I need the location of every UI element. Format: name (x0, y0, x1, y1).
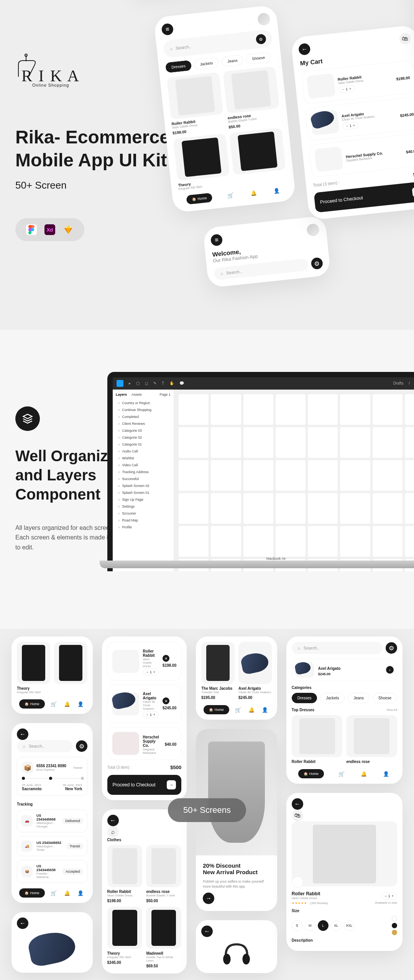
filter-icon[interactable]: ⚙ (76, 740, 87, 752)
remove-icon[interactable]: ✕ (163, 655, 169, 662)
product-card[interactable]: endless rose Bubble Elastic T-shirt $50.… (146, 845, 181, 903)
size-option[interactable]: L (318, 920, 329, 931)
bag-icon[interactable]: 🛍 (399, 32, 411, 45)
layer-row[interactable]: #Road Map (116, 517, 171, 524)
layer-row[interactable]: #Audio Call (116, 448, 171, 455)
remove-icon[interactable]: ✕ (163, 697, 169, 704)
favorite-icon[interactable]: ♡ (292, 876, 303, 888)
cart-item[interactable]: Roller Rabbit Vado Odelle Dress −1+ ✕ $1… (107, 642, 182, 681)
layer-row[interactable]: #Wishlist (116, 455, 171, 462)
back-icon[interactable]: ← (201, 926, 213, 937)
nav-cart-icon[interactable]: 🛒 (49, 699, 58, 709)
search-icon[interactable]: ⌕ (107, 826, 119, 838)
filter-icon[interactable]: ⚙ (256, 34, 267, 45)
view-all-link[interactable]: View All (386, 708, 397, 712)
nav-home[interactable]: 🏠 Home (186, 193, 213, 205)
nav-bell-icon[interactable]: 🔔 (359, 769, 368, 778)
product-card[interactable]: Theory Irregular Rib Skirt (17, 642, 50, 694)
quantity-stepper[interactable]: −1+ (381, 893, 397, 899)
chip[interactable]: Jeans (348, 693, 370, 703)
color-option[interactable] (392, 923, 397, 928)
layer-row[interactable]: #Country or Region (116, 400, 171, 406)
back-icon[interactable]: ← (17, 918, 28, 929)
nav-home[interactable]: 🏠 Home (19, 699, 45, 709)
nav-profile-icon[interactable]: 👤 (260, 705, 269, 714)
chip[interactable]: Jackets (320, 693, 345, 703)
layer-row[interactable]: #Tracking Address (116, 469, 171, 475)
nav-home[interactable]: 🏠 Home (204, 705, 229, 714)
size-option[interactable]: XXL (344, 920, 355, 931)
product-card[interactable]: Theory Irregular Rib Skirt (173, 133, 231, 191)
layer-row[interactable]: #Splash Screen 01 (116, 489, 171, 496)
arrow-right-icon[interactable]: → (203, 893, 214, 904)
product-card[interactable] (54, 642, 87, 694)
layer-row[interactable]: #Continue Shopping (116, 406, 171, 413)
chip-jackets[interactable]: Jackets (194, 57, 219, 70)
layer-row[interactable]: #Client Reviews (116, 420, 171, 427)
nav-cart-icon[interactable]: 🛒 (225, 190, 235, 200)
nav-profile-icon[interactable]: 👤 (381, 769, 391, 778)
tracking-item[interactable]: 🚚 US 2343445652 Washington - Texas Trans… (17, 836, 87, 856)
nav-profile-icon[interactable]: 👤 (76, 699, 85, 709)
nav-profile-icon[interactable]: 👤 (271, 186, 281, 196)
quantity-stepper[interactable]: −1+ (338, 85, 355, 93)
layer-row[interactable]: #Sign Up Page (116, 496, 171, 503)
size-option[interactable]: XL (331, 920, 342, 931)
product-card[interactable]: endless rose Bubble Elastic T-shirt $50.… (223, 66, 281, 129)
menu-icon[interactable]: ≡ (161, 23, 174, 36)
nav-bell-icon[interactable]: 🔔 (247, 705, 256, 714)
product-card[interactable]: Roller Rabbit Vado Odelle Dress $198.00 (107, 845, 143, 903)
search-input[interactable]: ⌕ Search.. (292, 642, 383, 654)
cart-item[interactable]: Axel Arigato Clean 90 Triole Snakers −1+… (107, 684, 182, 723)
layer-row[interactable]: #Video Call (116, 462, 171, 469)
cart-item[interactable]: Herschel Supply Co. Daypack Backpack $40… (309, 133, 414, 178)
nav-home[interactable]: 🏠 Home (298, 769, 324, 778)
cart-item[interactable]: Herschel Supply Co. Daypack Backpack $40… (107, 727, 182, 760)
checkout-button[interactable]: Proceed to Checkout → (107, 775, 182, 795)
tab-assets[interactable]: Assets (131, 393, 142, 396)
search-input[interactable]: ⌕ Search.. (17, 740, 73, 752)
product-card[interactable]: Madewell Giselle Top in White Linen $69.… (146, 907, 181, 968)
avatar[interactable] (306, 223, 320, 237)
color-option[interactable] (392, 916, 397, 921)
tracking-item[interactable]: 🚗 US 2343445668 Washington - Georgia Del… (17, 809, 87, 832)
tab-layers[interactable]: Layers (116, 393, 127, 396)
layer-row[interactable]: #Successful (116, 475, 171, 482)
chip-shoes[interactable]: Shoese (246, 52, 271, 65)
color-option[interactable] (392, 930, 397, 935)
product-card[interactable]: Axel Arigato Clean 90 Triole Snakers $24… (238, 642, 272, 700)
cart-item[interactable]: Roller Rabbit Vado Odelle Dress −1+ $198… (301, 60, 414, 104)
chip-jeans[interactable]: Jeans (221, 54, 244, 67)
layer-row[interactable]: #Completed (116, 413, 171, 420)
avatar[interactable] (257, 12, 271, 26)
filter-icon[interactable]: ⚙ (386, 642, 397, 654)
bag-icon[interactable]: 🛍 (292, 810, 303, 821)
product-card[interactable] (229, 128, 287, 185)
size-option[interactable]: S (292, 920, 302, 931)
back-icon[interactable]: ← (17, 728, 28, 740)
nav-cart-icon[interactable]: 🛒 (337, 769, 346, 778)
back-icon[interactable]: ← (298, 43, 311, 56)
nav-bell-icon[interactable]: 🔔 (62, 699, 72, 709)
size-option[interactable]: M (305, 920, 315, 931)
chip[interactable]: Shoese (373, 693, 397, 703)
layer-row[interactable]: #Categorie 03 (116, 427, 171, 434)
chip-dresses[interactable]: Dresses (165, 60, 192, 73)
filter-button[interactable]: ⚙ (310, 257, 323, 270)
product-card[interactable]: endless rose (346, 715, 397, 764)
layer-row[interactable]: #Profile (116, 524, 171, 531)
nav-profile-icon[interactable]: 👤 (76, 888, 85, 898)
quantity-stepper[interactable]: −1+ (143, 711, 159, 718)
product-card[interactable]: Roller Rabbit (292, 715, 343, 764)
product-card[interactable]: Roller Rabbit Vado Odelle Dress $198.00 (167, 72, 225, 135)
menu-icon[interactable]: ≡ (210, 234, 223, 247)
nav-bell-icon[interactable]: 🔔 (62, 888, 72, 898)
layer-row[interactable]: #Settings (116, 503, 171, 510)
layer-row[interactable]: #Scrooner (116, 510, 171, 517)
back-icon[interactable]: ← (292, 798, 303, 810)
layer-row[interactable]: #Splash Screen 02 (116, 482, 171, 489)
product-card[interactable]: Theory Irregular Rib Skirt $345.00 (107, 907, 143, 968)
nav-cart-icon[interactable]: 🛒 (233, 705, 243, 714)
search-result[interactable]: Axel Arigato $245.00 › (292, 659, 397, 681)
tracking-item[interactable]: 📦 US 2343445638 Franklin - Alabama Accep… (17, 860, 87, 883)
